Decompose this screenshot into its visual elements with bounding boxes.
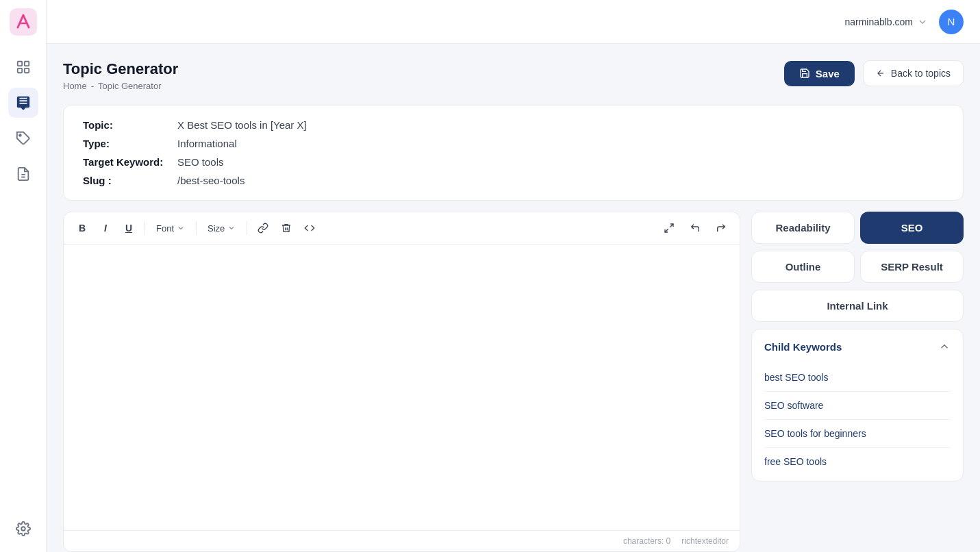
topic-value: X Best SEO tools in [Year X] bbox=[177, 119, 307, 131]
undo-button[interactable] bbox=[685, 218, 705, 238]
slug-label: Slug : bbox=[83, 175, 172, 186]
editor-panel: B I U Font Size bbox=[63, 212, 740, 552]
child-keywords-chevron-icon bbox=[938, 340, 951, 353]
editor-area: B I U Font Size bbox=[63, 212, 964, 552]
main-area: narminablb.com N Topic Generator Home - … bbox=[47, 0, 980, 552]
tab-serp[interactable]: SERP Result bbox=[860, 251, 964, 283]
sidebar-item-documents[interactable] bbox=[8, 159, 38, 189]
back-to-topics-button[interactable]: Back to topics bbox=[863, 60, 964, 86]
size-chevron-icon bbox=[227, 224, 236, 232]
sidebar-item-tags[interactable] bbox=[8, 123, 38, 153]
keyword-value: SEO tools bbox=[177, 156, 224, 168]
topic-label: Topic: bbox=[83, 119, 172, 131]
svg-line-11 bbox=[665, 229, 668, 232]
page-title: Topic Generator bbox=[63, 60, 178, 78]
avatar[interactable]: N bbox=[939, 10, 964, 34]
domain-selector[interactable]: narminablb.com bbox=[844, 16, 928, 27]
size-dropdown[interactable]: Size bbox=[202, 221, 241, 236]
italic-button[interactable]: I bbox=[95, 218, 116, 238]
font-dropdown[interactable]: Font bbox=[151, 221, 190, 236]
character-count: characters: 0 bbox=[623, 536, 670, 546]
svg-rect-0 bbox=[10, 8, 37, 36]
sidebar-item-dashboard[interactable] bbox=[8, 52, 38, 82]
right-panel: Readability SEO Outline SERP Result Inte… bbox=[751, 212, 964, 552]
editor-toolbar: B I U Font Size bbox=[64, 212, 740, 244]
svg-point-8 bbox=[21, 527, 25, 531]
slug-value: /best-seo-tools bbox=[177, 175, 244, 186]
svg-point-5 bbox=[19, 134, 21, 136]
child-keyword-item-1[interactable]: SEO software bbox=[764, 392, 951, 420]
editor-type: richtexteditor bbox=[681, 536, 729, 546]
toolbar-separator-2 bbox=[196, 221, 197, 235]
breadcrumb-current: Topic Generator bbox=[98, 81, 162, 91]
child-keywords-header[interactable]: Child Keywords bbox=[752, 329, 963, 364]
svg-rect-2 bbox=[24, 62, 28, 66]
code-button[interactable] bbox=[299, 218, 320, 238]
child-keyword-item-2[interactable]: SEO tools for beginners bbox=[764, 420, 951, 448]
toolbar-separator-1 bbox=[145, 221, 145, 235]
save-button[interactable]: Save bbox=[784, 61, 855, 86]
panel-tabs-top: Readability SEO bbox=[751, 212, 964, 244]
erase-button[interactable] bbox=[276, 218, 297, 238]
child-keywords-title: Child Keywords bbox=[764, 341, 842, 353]
tab-readability[interactable]: Readability bbox=[751, 212, 855, 244]
topic-row-slug: Slug : /best-seo-tools bbox=[83, 175, 944, 186]
svg-line-10 bbox=[670, 224, 673, 227]
topic-row-type: Type: Informational bbox=[83, 138, 944, 149]
underline-button[interactable]: U bbox=[118, 218, 139, 238]
breadcrumb-separator: - bbox=[91, 81, 94, 91]
sidebar-item-content[interactable] bbox=[8, 88, 38, 118]
link-button[interactable] bbox=[253, 218, 273, 238]
panel-tabs-middle: Outline SERP Result bbox=[751, 251, 964, 283]
child-keywords-card: Child Keywords best SEO tools SEO softwa… bbox=[751, 329, 964, 481]
toolbar-right-actions bbox=[659, 218, 731, 238]
editor-footer: characters: 0 richtexteditor bbox=[64, 530, 740, 551]
child-keywords-list: best SEO tools SEO software SEO tools fo… bbox=[752, 364, 963, 481]
save-icon bbox=[799, 68, 810, 79]
app-logo bbox=[10, 8, 37, 36]
topic-card: Topic: X Best SEO tools in [Year X] Type… bbox=[63, 105, 964, 201]
sidebar bbox=[0, 0, 47, 552]
svg-rect-3 bbox=[17, 68, 21, 73]
fullscreen-button[interactable] bbox=[659, 218, 679, 238]
page-header: Topic Generator Home - Topic Generator S… bbox=[63, 60, 964, 91]
back-arrow-icon bbox=[876, 68, 885, 78]
editor-body[interactable] bbox=[64, 244, 740, 530]
settings-button[interactable] bbox=[8, 514, 38, 544]
tab-internal-link[interactable]: Internal Link bbox=[751, 290, 964, 322]
topbar: narminablb.com N bbox=[47, 0, 980, 44]
type-label: Type: bbox=[83, 138, 172, 149]
topic-row-keyword: Target Keyword: SEO tools bbox=[83, 156, 944, 168]
child-keyword-item-0[interactable]: best SEO tools bbox=[764, 364, 951, 392]
tab-outline[interactable]: Outline bbox=[751, 251, 855, 283]
keyword-label: Target Keyword: bbox=[83, 156, 172, 168]
redo-button[interactable] bbox=[711, 218, 731, 238]
topic-row-topic: Topic: X Best SEO tools in [Year X] bbox=[83, 119, 944, 131]
svg-rect-1 bbox=[17, 62, 21, 66]
svg-rect-4 bbox=[24, 68, 28, 73]
toolbar-separator-3 bbox=[247, 221, 247, 235]
child-keyword-item-3[interactable]: free SEO tools bbox=[764, 448, 951, 475]
tab-seo[interactable]: SEO bbox=[860, 212, 964, 244]
bold-button[interactable]: B bbox=[72, 218, 92, 238]
type-value: Informational bbox=[177, 138, 237, 149]
breadcrumb: Home - Topic Generator bbox=[63, 81, 178, 91]
content-area: Topic Generator Home - Topic Generator S… bbox=[47, 44, 980, 552]
page-header-left: Topic Generator Home - Topic Generator bbox=[63, 60, 178, 91]
breadcrumb-home[interactable]: Home bbox=[63, 81, 87, 91]
page-header-right: Save Back to topics bbox=[784, 60, 964, 86]
font-chevron-icon bbox=[177, 224, 185, 232]
domain-name: narminablb.com bbox=[844, 16, 913, 27]
